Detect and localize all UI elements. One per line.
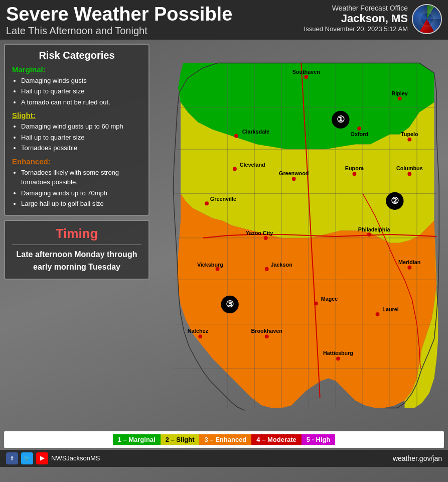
jackson-label: Jackson xyxy=(271,262,292,268)
ripley-dot xyxy=(398,96,402,100)
magee-dot xyxy=(314,301,318,305)
oxford-dot xyxy=(357,127,361,131)
enhanced-item-1: Tornadoes likely with some strong tornad… xyxy=(21,168,141,187)
yazoo-label: Yazoo City xyxy=(246,230,273,236)
southaven-dot xyxy=(304,75,308,79)
header: Severe Weather Possible Late This Aftern… xyxy=(0,0,448,40)
yazoo-dot xyxy=(264,236,268,240)
enhanced-list: Tornadoes likely with some strong tornad… xyxy=(12,168,141,209)
greenville-label: Greenville xyxy=(210,196,236,202)
philadelphia-dot xyxy=(367,232,371,236)
zone-2-number: ② xyxy=(391,196,399,206)
issued-time: Issued November 20, 2023 5:12 AM xyxy=(304,25,408,33)
southaven-label: Southaven xyxy=(292,69,320,75)
risk-categories-box: Risk Categories Marginal: Damaging winds… xyxy=(4,44,150,216)
legend-high-text: 5 - High xyxy=(307,436,331,443)
vicksburg-label: Vicksburg xyxy=(197,262,223,268)
philadelphia-label: Philadelphia xyxy=(358,226,391,232)
clarksdale-label: Clarksdale xyxy=(242,129,270,135)
timing-text: Late afternoon Monday through early morn… xyxy=(12,248,141,274)
eupora-dot xyxy=(352,172,356,176)
timing-divider xyxy=(12,245,141,245)
header-subtitle: Late This Afternoon and Tonight xyxy=(6,25,232,37)
slight-item-2: Hail up to quarter size xyxy=(21,133,141,143)
legend-slight: 2 – Slight xyxy=(161,434,200,445)
twitter-icon[interactable]: 🐦 xyxy=(21,452,33,464)
cleveland-label: Cleveland xyxy=(240,161,265,167)
ripley-label: Ripley xyxy=(391,90,407,96)
greenwood-dot xyxy=(292,177,296,181)
footer-website: weather.gov/jan xyxy=(393,454,442,462)
timing-title: Timing xyxy=(12,226,141,242)
hattiesburg-dot xyxy=(336,356,340,360)
enhanced-item-3: Large hail up to golf ball size xyxy=(21,199,141,209)
header-right: Weather Forecast Office Jackson, MS Issu… xyxy=(304,4,442,34)
greenwood-label: Greenwood xyxy=(279,170,309,176)
enhanced-item-2: Damaging winds up to 70mph xyxy=(21,188,141,198)
social-handle: NWSJacksonMS xyxy=(51,454,100,462)
slight-list: Damaging wind gusts up to 60 mph Hail up… xyxy=(12,122,141,153)
vicksburg-dot xyxy=(216,267,220,271)
header-left: Severe Weather Possible Late This Aftern… xyxy=(6,4,232,37)
marginal-item-1: Damaging winds gusts xyxy=(21,76,141,86)
legend-bar: 1 – Marginal 2 – Slight 3 – Enhanced 4 –… xyxy=(4,431,444,448)
eupora-label: Eupora xyxy=(345,165,364,171)
nws-logo-inner xyxy=(413,5,441,33)
legend-marginal-text: 1 – Marginal xyxy=(118,436,156,443)
meridian-dot xyxy=(407,266,411,270)
slight-label: Slight: xyxy=(12,111,141,119)
weather-map: ① ② ③ Southaven Ripley Oxford xyxy=(154,44,444,427)
laurel-dot xyxy=(376,312,380,316)
facebook-icon[interactable]: f xyxy=(6,452,18,464)
main-container: Severe Weather Possible Late This Aftern… xyxy=(0,0,448,482)
cleveland-dot xyxy=(233,167,237,171)
marginal-item-3: A tornado can not be ruled out. xyxy=(21,97,141,107)
clarksdale-dot xyxy=(234,134,238,138)
brookhaven-label: Brookhaven xyxy=(251,328,282,334)
legend-enhanced: 3 – Enhanced xyxy=(199,434,251,445)
laurel-label: Laurel xyxy=(382,306,398,312)
content-area: Risk Categories Marginal: Damaging winds… xyxy=(0,40,448,431)
columbus-label: Columbus xyxy=(396,165,423,171)
tupelo-dot xyxy=(407,138,411,142)
magee-label: Magee xyxy=(321,295,338,301)
tupelo-label: Tupelo xyxy=(401,131,418,137)
footer: f 🐦 ▶ NWSJacksonMS weather.gov/jan xyxy=(0,450,448,467)
legend-enhanced-text: 3 – Enhanced xyxy=(204,436,246,443)
marginal-label: Marginal: xyxy=(12,65,141,74)
office-city: Jackson, MS xyxy=(304,12,408,25)
map-area: ① ② ③ Southaven Ripley Oxford xyxy=(154,44,444,427)
hattiesburg-label: Hattiesburg xyxy=(323,350,353,356)
legend-high: 5 - High xyxy=(302,434,336,445)
columbus-dot xyxy=(407,172,411,176)
legend-moderate: 4 – Moderate xyxy=(251,434,301,445)
oxford-label: Oxford xyxy=(351,131,368,137)
risk-categories-title: Risk Categories xyxy=(12,50,141,61)
slight-item-1: Damaging wind gusts up to 60 mph xyxy=(21,122,141,132)
header-office-info: Weather Forecast Office Jackson, MS Issu… xyxy=(304,4,408,33)
marginal-item-2: Hail up to quarter size xyxy=(21,86,141,96)
natchez-label: Natchez xyxy=(188,328,209,334)
legend-moderate-text: 4 – Moderate xyxy=(256,436,296,443)
nws-logo xyxy=(412,4,442,34)
enhanced-label: Enhanced: xyxy=(12,157,141,166)
left-panel: Risk Categories Marginal: Damaging winds… xyxy=(4,44,150,427)
brookhaven-dot xyxy=(265,334,269,338)
footer-social: f 🐦 ▶ NWSJacksonMS xyxy=(6,452,100,464)
meridian-label: Meridian xyxy=(398,259,420,265)
natchez-dot xyxy=(198,334,202,338)
main-title: Severe Weather Possible xyxy=(6,4,232,25)
zone-3-number: ③ xyxy=(226,299,234,309)
marginal-list: Damaging winds gusts Hail up to quarter … xyxy=(12,76,141,107)
jackson-dot xyxy=(265,267,269,271)
greenville-dot xyxy=(205,201,209,205)
timing-box: Timing Late afternoon Monday through ear… xyxy=(4,220,150,280)
youtube-icon[interactable]: ▶ xyxy=(36,452,48,464)
zone-1-number: ① xyxy=(337,114,345,125)
slight-item-3: Tornadoes possible xyxy=(21,143,141,153)
legend-slight-text: 2 – Slight xyxy=(166,436,195,443)
office-label: Weather Forecast Office xyxy=(304,4,408,12)
legend-marginal: 1 – Marginal xyxy=(113,434,161,445)
